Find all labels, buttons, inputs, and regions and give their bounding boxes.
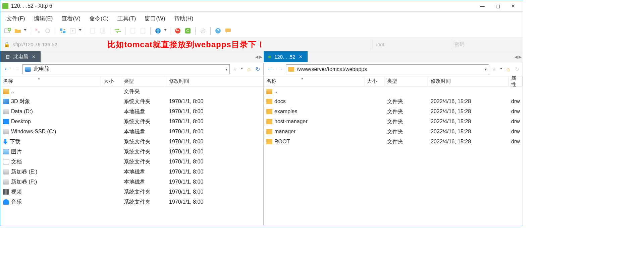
reconnect-icon[interactable] — [43, 26, 52, 36]
tab-nav-left[interactable]: ◀ ▶ — [255, 51, 262, 62]
password-field[interactable]: 密码 — [451, 40, 523, 50]
local-col-mtime[interactable]: 修改时间 — [166, 76, 263, 86]
local-file-list: ..文件夹3D 对象系统文件夹1970/1/1, 8:00Data (D:)本地… — [0, 86, 263, 226]
menu-tools[interactable]: 工具(T) — [114, 13, 140, 24]
list-item[interactable]: 图片系统文件夹1970/1/1, 8:00 — [0, 147, 263, 157]
remote-path-box[interactable]: ▾ — [286, 64, 489, 74]
list-item[interactable]: manager文件夹2022/4/16, 15:28drw — [264, 127, 523, 137]
remote-col-attr[interactable]: 属性 — [508, 76, 523, 86]
list-item[interactable]: 音乐系统文件夹1970/1/1, 8:00 — [0, 197, 263, 207]
local-col-name[interactable]: 名称 — [0, 76, 101, 86]
local-refresh-button[interactable]: ↻ — [254, 66, 261, 73]
new-file-icon[interactable] — [88, 26, 97, 36]
file-type: 系统文件夹 — [121, 118, 166, 125]
app-icon — [2, 3, 8, 9]
hdd-icon — [3, 179, 9, 185]
list-item[interactable]: 下载系统文件夹1970/1/1, 8:00 — [0, 137, 263, 147]
refresh-green-icon[interactable] — [183, 26, 193, 36]
menu-command[interactable]: 命令(C) — [86, 13, 112, 24]
address-box[interactable]: 🔒 sftp://120.76.136.52 比如tomcat就直接放到weba… — [0, 40, 372, 50]
copy-file-icon[interactable] — [98, 26, 107, 36]
menu-edit[interactable]: 编辑(E) — [31, 13, 56, 24]
hdd-icon — [3, 129, 9, 134]
tab-nav-right[interactable]: ◀ ▶ — [515, 51, 522, 62]
file-attr: drw — [508, 139, 523, 145]
globe-icon[interactable] — [153, 26, 163, 36]
doc1-icon[interactable] — [128, 26, 138, 36]
list-item[interactable]: 视频系统文件夹1970/1/1, 8:00 — [0, 187, 263, 197]
menu-view[interactable]: 查看(V) — [58, 13, 84, 24]
list-item[interactable]: ROOT文件夹2022/4/16, 15:28drw — [264, 137, 523, 147]
menu-help[interactable]: 帮助(H) — [171, 13, 197, 24]
list-item[interactable]: 新加卷 (F:)本地磁盘1970/1/1, 8:00 — [0, 177, 263, 187]
list-item[interactable]: Windows-SSD (C:)本地磁盘1970/1/1, 8:00 — [0, 127, 263, 137]
globe-dropdown-icon[interactable] — [164, 29, 167, 32]
play-icon[interactable] — [68, 26, 77, 36]
local-fav-button[interactable]: ★ — [231, 66, 238, 73]
file-name: Desktop — [11, 119, 31, 125]
gear-icon[interactable] — [198, 26, 208, 36]
close-button[interactable]: ✕ — [505, 1, 521, 11]
username-field[interactable]: root — [372, 40, 451, 50]
minimize-button[interactable]: — — [475, 1, 490, 11]
remote-home-button[interactable]: ⌂ — [504, 66, 512, 73]
hdd-icon — [3, 109, 9, 114]
doc2-icon[interactable] — [138, 26, 148, 36]
tab-local[interactable]: 🖥 此电脑 ✕ — [0, 51, 41, 62]
chat-icon[interactable] — [223, 26, 233, 36]
remote-path-dropdown-icon[interactable]: ▾ — [485, 67, 487, 72]
fold-icon — [266, 129, 272, 134]
open-dropdown-icon[interactable] — [24, 29, 27, 32]
list-item[interactable]: host-manager文件夹2022/4/16, 15:28drw — [264, 117, 523, 127]
local-header: ▲ 名称 大小 类型 修改时间 — [0, 76, 263, 86]
tab-remote-close-icon[interactable]: ✕ — [299, 54, 303, 59]
local-path-box[interactable]: ▾ — [22, 64, 230, 74]
svg-text:?: ? — [217, 28, 219, 33]
remote-forward-button[interactable]: → — [276, 65, 284, 74]
remote-fav-button[interactable]: ★ — [490, 66, 498, 73]
local-col-size[interactable]: 大小 — [101, 76, 121, 86]
list-item[interactable]: Data (D:)本地磁盘1970/1/1, 8:00 — [0, 107, 263, 117]
list-item[interactable]: 新加卷 (E:)本地磁盘1970/1/1, 8:00 — [0, 167, 263, 177]
local-path-dropdown-icon[interactable]: ▾ — [225, 67, 227, 72]
list-item[interactable]: Desktop系统文件夹1970/1/1, 8:00 — [0, 117, 263, 127]
remote-back-button[interactable]: ← — [266, 65, 274, 74]
remote-refresh-button[interactable]: ↻ — [513, 66, 521, 73]
maximize-button[interactable]: ▢ — [490, 1, 505, 11]
disconnect-icon[interactable] — [33, 26, 42, 36]
local-home-button[interactable]: ⌂ — [245, 66, 253, 73]
list-item[interactable]: docs文件夹2022/4/16, 15:28drw — [264, 96, 523, 107]
list-item[interactable]: examples文件夹2022/4/16, 15:28drw — [264, 107, 523, 117]
remote-col-type[interactable]: 类型 — [384, 76, 428, 86]
local-nav: ← → ▾ ★ ⌂ ↻ — [0, 62, 263, 76]
swirl-icon[interactable] — [173, 26, 182, 36]
transfer-icon[interactable] — [113, 26, 122, 36]
list-item[interactable]: 3D 对象系统文件夹1970/1/1, 8:00 — [0, 96, 263, 107]
local-col-type[interactable]: 类型 — [121, 76, 166, 86]
menu-window[interactable]: 窗口(W) — [141, 13, 168, 24]
remote-path-input[interactable] — [296, 66, 483, 73]
file-type: 系统文件夹 — [121, 189, 166, 196]
file-mtime: 2022/4/16, 15:28 — [428, 119, 508, 125]
file-type: 文件夹 — [384, 128, 428, 135]
local-path-input[interactable] — [33, 66, 223, 73]
folder-path-icon — [288, 67, 294, 72]
file-type: 系统文件夹 — [121, 158, 166, 165]
remote-col-size[interactable]: 大小 — [364, 76, 384, 86]
dl-icon — [3, 139, 8, 144]
local-back-button[interactable]: ← — [2, 65, 11, 74]
list-item[interactable]: 文档系统文件夹1970/1/1, 8:00 — [0, 157, 263, 167]
open-folder-icon[interactable] — [13, 26, 22, 36]
remote-col-name[interactable]: 名称 — [264, 76, 364, 86]
play-dropdown-icon[interactable] — [79, 29, 82, 32]
new-session-icon[interactable] — [3, 26, 12, 36]
list-item[interactable]: .. — [264, 86, 523, 96]
remote-col-mtime[interactable]: 修改时间 — [428, 76, 508, 86]
sync-icon[interactable] — [58, 26, 67, 36]
local-forward-button[interactable]: → — [12, 65, 21, 74]
help-icon[interactable]: ? — [213, 26, 223, 36]
tab-remote[interactable]: 120. . .52 ✕ — [264, 51, 308, 62]
list-item[interactable]: ..文件夹 — [0, 86, 263, 96]
tab-local-close-icon[interactable]: ✕ — [32, 54, 36, 59]
menu-file[interactable]: 文件(F) — [3, 13, 29, 24]
